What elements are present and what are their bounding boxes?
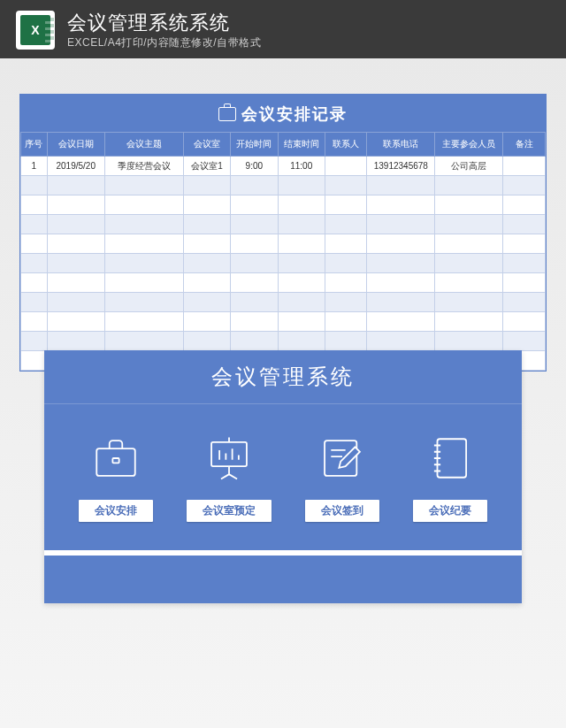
table-cell[interactable]: 会议室1 (183, 157, 230, 176)
table-cell[interactable] (367, 234, 435, 254)
table-cell[interactable]: 2019/5/20 (47, 157, 104, 176)
table-cell[interactable] (325, 234, 366, 254)
table-cell[interactable] (325, 273, 366, 293)
table-cell[interactable] (104, 273, 183, 293)
table-cell[interactable] (325, 215, 366, 234)
table-cell[interactable]: 1 (21, 157, 48, 176)
table-cell[interactable] (21, 176, 48, 195)
table-cell[interactable] (435, 176, 503, 195)
table-cell[interactable]: 公司高层 (435, 157, 503, 176)
table-cell[interactable] (503, 254, 546, 273)
table-cell[interactable] (278, 234, 325, 254)
module-briefcase[interactable]: 会议安排 (79, 431, 153, 522)
table-cell[interactable] (104, 195, 183, 215)
table-cell[interactable] (325, 176, 366, 195)
table-cell[interactable] (435, 293, 503, 312)
table-cell[interactable] (47, 254, 104, 273)
table-cell[interactable] (47, 293, 104, 312)
table-cell[interactable] (231, 293, 278, 312)
table-cell[interactable] (21, 195, 48, 215)
table-cell[interactable] (435, 195, 503, 215)
table-cell[interactable] (21, 312, 48, 332)
table-cell[interactable] (21, 215, 48, 234)
module-label[interactable]: 会议签到 (305, 500, 379, 522)
table-cell[interactable] (503, 234, 546, 254)
table-cell[interactable] (367, 312, 435, 332)
table-cell[interactable] (278, 293, 325, 312)
table-cell[interactable] (367, 273, 435, 293)
table-cell[interactable] (183, 273, 230, 293)
table-cell[interactable] (183, 254, 230, 273)
table-cell[interactable] (278, 195, 325, 215)
table-cell[interactable] (503, 312, 546, 332)
table-cell[interactable] (183, 293, 230, 312)
table-cell[interactable] (231, 254, 278, 273)
module-notebook[interactable]: 会议纪要 (413, 431, 487, 522)
table-cell[interactable] (435, 312, 503, 332)
module-board[interactable]: 会议室预定 (187, 431, 272, 522)
table-cell[interactable] (435, 215, 503, 234)
table-cell[interactable] (278, 312, 325, 332)
table-cell[interactable] (325, 254, 366, 273)
table-cell[interactable] (47, 195, 104, 215)
table-cell[interactable]: 13912345678 (367, 157, 435, 176)
table-cell[interactable] (435, 234, 503, 254)
table-cell[interactable] (183, 195, 230, 215)
table-cell[interactable] (104, 312, 183, 332)
module-label[interactable]: 会议安排 (79, 500, 153, 522)
table-cell[interactable] (367, 195, 435, 215)
table-cell[interactable] (503, 332, 546, 351)
table-cell[interactable] (231, 312, 278, 332)
table-cell[interactable] (47, 312, 104, 332)
table-cell[interactable] (47, 215, 104, 234)
table-cell[interactable] (183, 312, 230, 332)
table-cell[interactable] (367, 176, 435, 195)
table-cell[interactable] (325, 195, 366, 215)
table-cell[interactable] (21, 273, 48, 293)
table-cell[interactable] (104, 215, 183, 234)
table-cell[interactable] (183, 176, 230, 195)
table-cell[interactable] (503, 176, 546, 195)
table-cell[interactable] (325, 332, 366, 351)
table-cell[interactable] (435, 254, 503, 273)
table-cell[interactable] (231, 195, 278, 215)
table-cell[interactable] (104, 176, 183, 195)
module-edit[interactable]: 会议签到 (305, 431, 379, 522)
table-cell[interactable] (367, 293, 435, 312)
table-cell[interactable] (325, 293, 366, 312)
table-cell[interactable] (21, 254, 48, 273)
table-cell[interactable] (278, 332, 325, 351)
table-cell[interactable] (278, 273, 325, 293)
table-cell[interactable] (503, 195, 546, 215)
table-cell[interactable] (503, 273, 546, 293)
module-label[interactable]: 会议纪要 (413, 500, 487, 522)
table-cell[interactable] (503, 215, 546, 234)
table-cell[interactable] (325, 312, 366, 332)
table-cell[interactable] (367, 254, 435, 273)
table-cell[interactable] (231, 332, 278, 351)
table-cell[interactable] (104, 254, 183, 273)
table-cell[interactable] (435, 273, 503, 293)
table-cell[interactable] (21, 293, 48, 312)
table-cell[interactable] (21, 234, 48, 254)
table-cell[interactable] (183, 215, 230, 234)
table-cell[interactable] (278, 254, 325, 273)
table-cell[interactable] (278, 176, 325, 195)
table-cell[interactable] (183, 234, 230, 254)
table-cell[interactable] (104, 332, 183, 351)
table-cell[interactable] (231, 273, 278, 293)
table-cell[interactable] (21, 351, 48, 371)
table-cell[interactable] (231, 176, 278, 195)
table-cell[interactable] (231, 215, 278, 234)
table-cell[interactable] (47, 234, 104, 254)
table-cell[interactable]: 11:00 (278, 157, 325, 176)
table-cell[interactable] (183, 332, 230, 351)
table-cell[interactable] (21, 332, 48, 351)
table-cell[interactable]: 季度经营会议 (104, 157, 183, 176)
module-label[interactable]: 会议室预定 (187, 500, 272, 522)
table-cell[interactable] (231, 234, 278, 254)
table-cell[interactable] (367, 215, 435, 234)
table-cell[interactable] (47, 176, 104, 195)
table-cell[interactable] (367, 332, 435, 351)
table-cell[interactable]: 9:00 (231, 157, 278, 176)
